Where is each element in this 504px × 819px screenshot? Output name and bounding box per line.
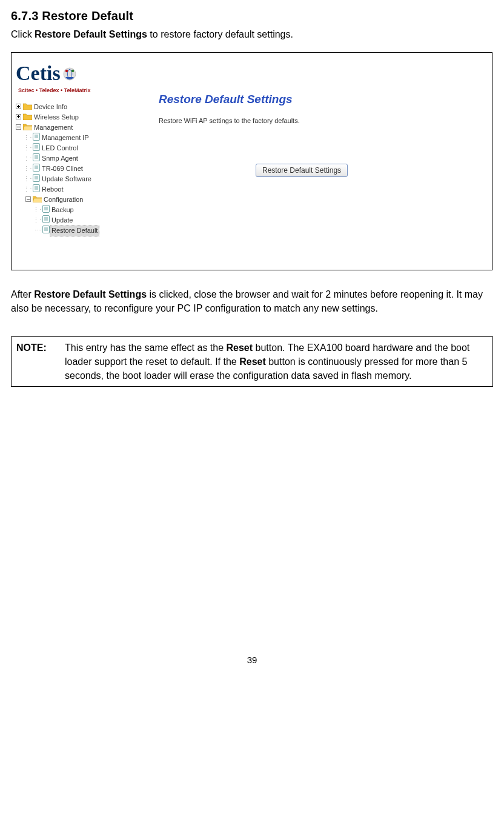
folder-icon (23, 102, 32, 113)
tree-line-icon: ⋮⋯ (23, 185, 33, 195)
tree-line-icon: ⋮⋯ (23, 133, 33, 143)
expand-icon[interactable] (13, 102, 23, 112)
note-box: NOTE: This entry has the same effect as … (11, 336, 493, 387)
instruction-bold: Restore Default Settings (35, 29, 147, 39)
screenshot-frame: Cetis Scitec • Teledex • TeleMatrix (11, 52, 492, 270)
tree-label: Snmp Agent (40, 154, 78, 164)
note-label: NOTE: (16, 341, 65, 355)
instruction-prefix: Click (11, 29, 35, 39)
restore-default-settings-button[interactable]: Restore Default Settings (256, 164, 348, 177)
tree-item-configuration[interactable]: Configuration (13, 195, 141, 206)
tree-item-wireless-setup[interactable]: Wireless Setup (13, 113, 141, 123)
tree-line-icon: ⋮⋯ (23, 164, 33, 174)
page-icon (33, 164, 40, 175)
tree-label: Device Info (32, 102, 67, 112)
note-bold-reset-1: Reset (227, 343, 253, 353)
tree-label: Restore Default (50, 226, 99, 236)
instruction-suffix: to restore factory default settings. (147, 29, 293, 39)
tree-item-restore-default[interactable]: ⋯ Restore Default (13, 226, 141, 236)
tree-label: Configuration (42, 195, 83, 205)
tree-item-reboot[interactable]: ⋮⋯ Reboot (13, 185, 141, 195)
tree-line-icon: ⋮⋯ (33, 216, 42, 226)
instruction-line: Click Restore Default Settings to restor… (11, 27, 493, 41)
after-bold: Restore Default Settings (34, 289, 147, 299)
note-text: This entry has the same effect as the (65, 343, 227, 353)
after-paragraph: After Restore Default Settings is clicke… (11, 287, 493, 315)
svg-point-2 (71, 70, 73, 72)
folder-icon (23, 113, 32, 123)
tree-item-backup[interactable]: ⋮⋯ Backup (13, 206, 141, 216)
page-icon (33, 143, 40, 154)
tree-label: Management (32, 123, 73, 133)
svg-point-1 (65, 70, 67, 72)
tree-item-management[interactable]: Management (13, 123, 141, 133)
tree-item-snmp-agent[interactable]: ⋮⋯ Snmp Agent (13, 154, 141, 164)
tree-item-update[interactable]: ⋮⋯ Update (13, 216, 141, 226)
page-icon (33, 184, 40, 195)
tree-label: Update Software (40, 175, 91, 184)
nav-tree: Device Info Wireless Setup Management ⋮⋯ (13, 102, 141, 236)
tree-label: Wireless Setup (32, 113, 79, 122)
page-icon (33, 133, 40, 144)
note-body: This entry has the same effect as the Re… (65, 341, 488, 383)
tree-item-management-ip[interactable]: ⋮⋯ Management IP (13, 133, 141, 144)
page-icon (42, 226, 50, 236)
page-icon (42, 205, 50, 216)
logo-text: Cetis (16, 58, 61, 88)
panel-description: Restore WiFi AP settings to the factory … (159, 116, 490, 126)
tree-label: Reboot (40, 185, 63, 195)
logo-icon (63, 67, 76, 84)
section-title: Restore Default (42, 9, 133, 22)
logo-subtitle: Scitec • Teledex • TeleMatrix (18, 87, 138, 95)
panel-title: Restore Default Settings (159, 91, 490, 108)
folder-open-icon (33, 195, 42, 206)
after-prefix: After (11, 289, 34, 299)
note-bold-reset-2: Reset (239, 356, 266, 367)
tree-item-led-control[interactable]: ⋮⋯ LED Control (13, 144, 141, 154)
page-icon (42, 215, 50, 226)
page-icon (33, 174, 40, 185)
tree-label: TR-069 Clinet (40, 164, 83, 174)
tree-line-icon: ⋮⋯ (23, 144, 33, 153)
tree-line-icon: ⋮⋯ (33, 206, 42, 215)
page-number: 39 (11, 654, 493, 667)
tree-label: Backup (50, 206, 74, 215)
page-icon (33, 153, 40, 164)
folder-open-icon (23, 123, 32, 133)
tree-line-icon: ⋮⋯ (23, 154, 33, 164)
tree-label: Management IP (40, 133, 89, 143)
collapse-icon[interactable] (13, 123, 23, 133)
tree-line-icon: ⋯ (33, 226, 42, 236)
tree-label: LED Control (40, 144, 78, 153)
tree-line-icon: ⋮⋯ (23, 175, 33, 184)
expand-icon[interactable] (13, 113, 23, 122)
logo-block: Cetis Scitec • Teledex • TeleMatrix (13, 55, 141, 97)
tree-label: Update (50, 216, 73, 226)
tree-item-device-info[interactable]: Device Info (13, 102, 141, 113)
section-heading: 6.7.3 Restore Default (11, 7, 493, 25)
collapse-icon[interactable] (23, 195, 33, 205)
tree-item-update-software[interactable]: ⋮⋯ Update Software (13, 175, 141, 185)
tree-item-tr069[interactable]: ⋮⋯ TR-069 Clinet (13, 164, 141, 175)
section-number: 6.7.3 (11, 9, 38, 22)
